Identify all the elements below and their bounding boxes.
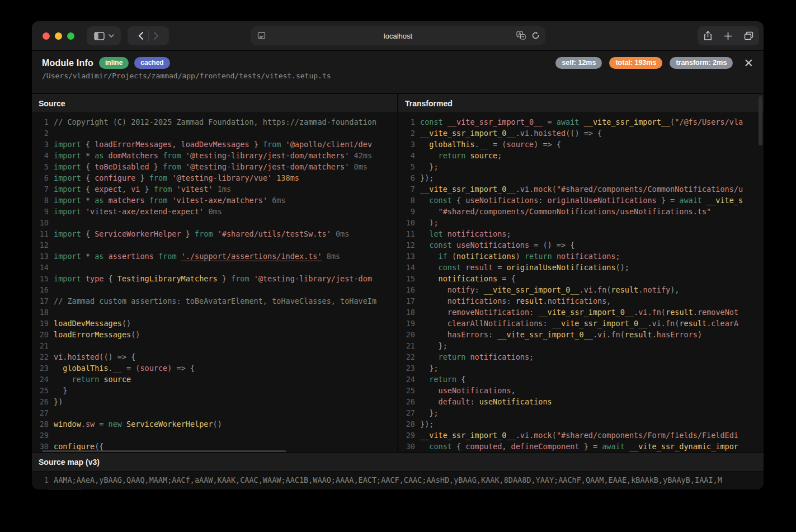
minimize-window-button[interactable]: [55, 32, 62, 40]
code-token: from: [158, 252, 177, 261]
code-token: useNotifications: [439, 386, 511, 395]
code-token: ServiceWorkerHelper: [95, 229, 181, 238]
code-token: "#shared/components/Form/fields/FieldEdi: [557, 431, 738, 440]
self-time-badge: self: 12ms: [555, 57, 602, 69]
line-number: 27: [32, 407, 49, 418]
code-token: mock: [534, 185, 552, 194]
line-number: 16: [398, 284, 415, 295]
source-code-editor[interactable]: 1// Copyright (C) 2012-2025 Zammad Found…: [32, 113, 397, 452]
code-token: {: [81, 185, 95, 194]
code-token: from: [195, 229, 213, 238]
line-number: 7: [398, 183, 415, 195]
code-token: vi: [652, 319, 661, 328]
line-number: 30: [398, 441, 415, 452]
code-token: notifications: [439, 274, 498, 283]
module-link[interactable]: './support/assertions/index.ts': [181, 252, 322, 261]
tab-overview-icon[interactable]: [744, 31, 753, 40]
code-token: return: [72, 375, 100, 384]
code-token: }: [135, 173, 149, 182]
inline-badge: inline: [99, 57, 129, 69]
code-line: 14: [32, 262, 397, 273]
code-token: const: [439, 263, 461, 272]
sourcemap-horizontal-scrollbar[interactable]: [48, 489, 82, 489]
code-token: await: [679, 196, 702, 205]
line-number: 28: [32, 418, 49, 430]
sourcemap-content[interactable]: 1AAMA;AAeA,yBAAG,QAAQ,MAAM;AACf,aAAW,KAA…: [32, 472, 764, 489]
code-line: 4 return source;: [398, 150, 764, 161]
code-line: 21: [32, 340, 397, 351]
code-token: ServiceWorkerHelper: [126, 420, 213, 429]
code-token: assertions: [109, 252, 154, 261]
transformed-code-editor[interactable]: 1const __vite_ssr_import_0__ = await __v…: [398, 113, 764, 452]
code-token: ;: [529, 352, 534, 361]
code-line: 30 const { computed, defineComponent } =…: [398, 441, 764, 452]
code-token: __vite_ssr_import__: [584, 117, 670, 126]
new-tab-icon[interactable]: [724, 32, 732, 40]
code-token: [420, 330, 448, 339]
desktop: localhost A: [0, 0, 796, 532]
code-line: 27 };: [398, 407, 764, 418]
code-token: [420, 196, 429, 205]
code-token: AAMA;AAeA,yBAAG,QAAQ,MAAM;AACf,aAAW,KAAK…: [54, 475, 722, 484]
code-line: 21 };: [398, 340, 764, 351]
code-token: from: [231, 274, 249, 283]
code-token: // Copyright (C) 2012-2025 Zammad Founda…: [54, 117, 376, 126]
code-token: return: [439, 352, 466, 361]
translate-icon[interactable]: A: [516, 31, 526, 40]
code-token: (): [122, 319, 131, 328]
code-token: }): [54, 397, 63, 406]
code-line: 28window.sw = new ServiceWorkerHelper(): [32, 418, 397, 430]
line-number: 13: [32, 251, 49, 262]
address-bar[interactable]: localhost A: [251, 26, 545, 45]
code-token: hoisted: [534, 129, 566, 138]
code-token: __vite_ssr_import_0__: [538, 308, 634, 317]
code-token: as: [95, 252, 103, 261]
close-icon[interactable]: ✕: [743, 59, 753, 68]
code-token: [420, 319, 448, 328]
code-token: "/@fs/Users/vla: [675, 117, 743, 126]
code-token: return: [429, 375, 456, 384]
line-number: 10: [398, 217, 415, 228]
page-format-icon[interactable]: [257, 31, 266, 40]
code-token: useNotifications: [465, 196, 538, 205]
code-line: 20loadErrorMessages(): [32, 329, 397, 340]
code-line: 4import * as domMatchers from '@testing-…: [32, 150, 397, 161]
code-token: (: [661, 308, 666, 317]
code-token: [420, 140, 429, 149]
code-line: 19loadDevMessages(): [32, 318, 397, 329]
code-token: new: [109, 420, 122, 429]
zoom-window-button[interactable]: [67, 32, 74, 40]
line-number: 8: [32, 195, 49, 206]
code-token: clearA: [711, 319, 738, 328]
code-line: 13 if (notifications) return notificatio…: [398, 251, 764, 262]
code-token: {: [81, 162, 95, 171]
transformed-vertical-scrollbar[interactable]: [759, 96, 762, 145]
code-token: useNotifications: [456, 241, 529, 249]
code-token: };: [420, 341, 448, 350]
window-controls: [43, 32, 74, 40]
source-horizontal-scrollbar[interactable]: [42, 450, 286, 452]
module-path: /Users/vladimir/Projects/zammad/app/fron…: [42, 72, 753, 80]
sidebar-toggle-button[interactable]: [87, 26, 121, 45]
code-token: [181, 162, 186, 171]
share-icon[interactable]: [704, 31, 712, 41]
code-token: import: [54, 207, 81, 216]
code-token: [81, 274, 86, 283]
line-number: 22: [32, 351, 49, 362]
code-token: 0ms: [349, 162, 368, 171]
code-token: notify: [643, 285, 670, 294]
code-token: :: [488, 330, 497, 339]
back-icon[interactable]: [138, 31, 144, 40]
code-token: notifications: [448, 229, 507, 238]
code-token: let: [429, 229, 442, 238]
code-line: 17 notifications: result.notifications,: [398, 295, 764, 307]
code-token: :: [506, 296, 515, 305]
forward-icon[interactable]: [153, 31, 159, 40]
chevron-down-icon: [109, 34, 114, 37]
reload-icon[interactable]: [531, 31, 540, 40]
close-window-button[interactable]: [43, 32, 50, 40]
code-line: 15import type { TestingLibraryMatchers }…: [32, 273, 397, 284]
code-token: domMatchers: [109, 151, 158, 160]
code-token: ({: [95, 442, 103, 451]
code-token: [54, 364, 63, 373]
